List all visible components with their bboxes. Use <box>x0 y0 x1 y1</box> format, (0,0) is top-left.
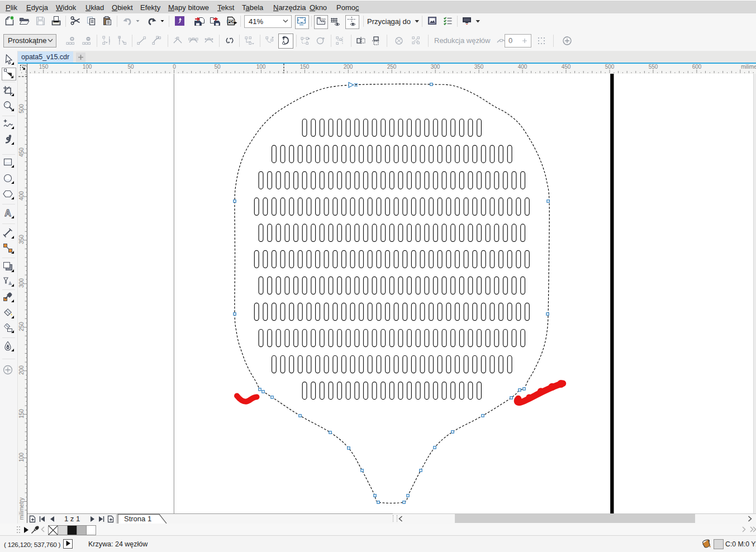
svg-text:A: A <box>4 208 11 218</box>
